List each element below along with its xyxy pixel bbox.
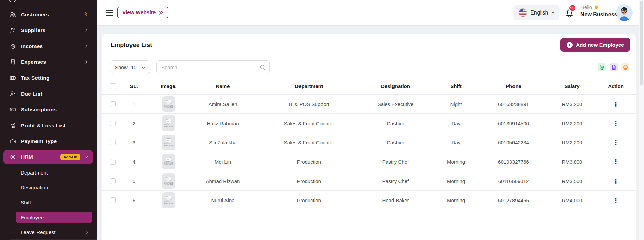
- page-title: Employee List: [111, 41, 152, 48]
- row-checkbox[interactable]: [110, 197, 116, 203]
- show-entries-select[interactable]: Show- 10: [110, 60, 150, 74]
- row-actions-menu-button[interactable]: ⋮: [613, 139, 619, 146]
- cell-designation: Pastry Chef: [358, 159, 433, 165]
- select-all-checkbox[interactable]: [110, 83, 116, 89]
- export-buttons: CSV: [598, 63, 629, 71]
- sidebar-item-label: HRM: [21, 154, 60, 160]
- row-checkbox[interactable]: [110, 121, 116, 126]
- tax-icon: [9, 75, 16, 81]
- row-checkbox[interactable]: [110, 140, 116, 145]
- cell-department: Production: [260, 178, 358, 184]
- cell-shift: Day: [433, 140, 479, 145]
- sidebar: CustomersSuppliersIncomesExpensesTax Set…: [0, 0, 97, 240]
- row-checkbox[interactable]: [110, 101, 116, 107]
- cell-department: Production: [260, 197, 358, 203]
- search-input[interactable]: [157, 61, 269, 74]
- row-checkbox[interactable]: [110, 178, 116, 184]
- cell-image: NO IMAGEAVAILABLE: [152, 192, 186, 208]
- row-actions-menu-button[interactable]: ⋮: [613, 197, 619, 204]
- cell-department: Production: [260, 159, 358, 165]
- sidebar-item-label: Due List: [21, 91, 89, 97]
- print-button[interactable]: [621, 63, 629, 71]
- caret-down-icon: [551, 11, 555, 14]
- sidebar-subitem-shift[interactable]: Shift: [10, 195, 97, 210]
- no-image-placeholder: NO IMAGEAVAILABLE: [162, 192, 175, 208]
- cell-department: Sales & Front Counter: [260, 121, 358, 126]
- scrollbar-thumb[interactable]: [640, 1, 643, 85]
- language-selector[interactable]: English: [514, 5, 559, 20]
- row-checkbox[interactable]: [110, 159, 116, 165]
- sidebar-item-label: Subscriptions: [21, 107, 89, 113]
- payment-icon: [9, 138, 16, 145]
- cell-image: NO IMAGEAVAILABLE: [152, 154, 186, 169]
- cell-image: NO IMAGEAVAILABLE: [152, 96, 186, 112]
- sidebar-item-due-list[interactable]: Due List: [0, 86, 97, 102]
- suppliers-icon: [9, 27, 16, 34]
- cell-phone: 60193327766: [479, 159, 548, 165]
- sidebar-item-payment-type[interactable]: Payment Type: [0, 133, 97, 149]
- sidebar-item-profit-loss-list[interactable]: Profit & Loss List: [0, 117, 97, 133]
- cell-sl: 5: [116, 178, 152, 184]
- customers-icon: [9, 11, 16, 18]
- header-image: Image.: [152, 83, 186, 89]
- sidebar-subitem-employee[interactable]: Employee: [16, 212, 92, 223]
- cell-department: IT & POS Support: [260, 101, 358, 107]
- notifications-button[interactable]: 55: [565, 8, 575, 20]
- row-actions-menu-button[interactable]: ⋮: [613, 120, 619, 127]
- sidebar-item-hrm[interactable]: HRMAdd-On: [3, 150, 93, 164]
- no-image-placeholder: NO IMAGEAVAILABLE: [162, 135, 175, 150]
- greeting-text: Hello: [580, 4, 592, 10]
- chevron-down-icon: [141, 65, 146, 70]
- row-actions-menu-button[interactable]: ⋮: [613, 178, 619, 184]
- sidebar-item-label: Tax Setting: [21, 75, 89, 81]
- view-website-button[interactable]: View Website: [117, 7, 168, 18]
- table-row: 2NO IMAGEAVAILABLEHafiz RahmanSales & Fr…: [102, 114, 636, 133]
- show-entries-value: Show- 10: [115, 64, 136, 70]
- header-shift: Shift: [433, 83, 479, 89]
- no-image-placeholder: NO IMAGEAVAILABLE: [162, 115, 175, 131]
- employee-list-card: Employee List + Add new Employee Show- 1…: [102, 34, 636, 240]
- cell-designation: Head Baker: [358, 197, 433, 203]
- csv-icon: CSV: [599, 64, 605, 70]
- header-salary: Salary: [548, 83, 596, 89]
- app-window: CustomersSuppliersIncomesExpensesTax Set…: [0, 0, 644, 240]
- due-icon: [9, 90, 16, 97]
- photo-icon: [166, 100, 171, 104]
- sidebar-item-incomes[interactable]: Incomes: [0, 38, 97, 54]
- add-new-employee-button[interactable]: + Add new Employee: [560, 38, 630, 52]
- sidebar-customers-chevron-icon[interactable]: [84, 11, 88, 16]
- photo-icon: [166, 157, 171, 162]
- photo-icon: [166, 196, 171, 201]
- main-content: Employee List + Add new Employee Show- 1…: [97, 25, 639, 240]
- sidebar-item-tax-setting[interactable]: Tax Setting: [0, 70, 97, 86]
- page-scrollbar[interactable]: [639, 0, 644, 240]
- sidebar-item-label: Suppliers: [21, 27, 84, 33]
- table-header-row: SL.Image.NameDepartmentDesignationShiftP…: [102, 78, 636, 95]
- export-csv-button[interactable]: CSV: [598, 63, 606, 71]
- row-actions-menu-button[interactable]: ⋮: [613, 159, 619, 165]
- profile-avatar[interactable]: [616, 4, 633, 21]
- double-chevron-icon: [158, 10, 163, 15]
- export-excel-button[interactable]: [610, 63, 618, 71]
- sidebar-item-subscriptions[interactable]: Subscriptions: [0, 102, 97, 117]
- plus-circle-icon: +: [567, 42, 573, 48]
- photo-icon: [166, 138, 171, 143]
- no-image-placeholder: NO IMAGEAVAILABLE: [162, 173, 175, 189]
- cell-shift: Night: [433, 101, 479, 107]
- cell-image: NO IMAGEAVAILABLE: [152, 115, 186, 131]
- cell-shift: Morning: [433, 178, 479, 184]
- sidebar-subitem-department[interactable]: Department: [10, 165, 97, 180]
- sidebar-item-customers[interactable]: Customers: [0, 6, 97, 22]
- header-department: Department: [260, 83, 358, 89]
- sidebar-item-suppliers[interactable]: Suppliers: [0, 22, 97, 38]
- topbar: View Website English 55: [97, 0, 644, 25]
- row-actions-menu-button[interactable]: ⋮: [613, 101, 619, 107]
- sidebar-subitem-designation[interactable]: Designation: [10, 180, 97, 195]
- sidebar-item-label: Customers: [21, 11, 84, 18]
- waving-hand-icon: [594, 5, 599, 10]
- add-new-employee-label: Add new Employee: [576, 42, 624, 48]
- sidebar-item-expenses[interactable]: Expenses: [0, 54, 97, 70]
- sidebar-subitem-leave-request[interactable]: Leave Request: [10, 225, 97, 240]
- chevron-right-icon: [85, 230, 89, 234]
- menu-toggle-icon[interactable]: [106, 10, 113, 16]
